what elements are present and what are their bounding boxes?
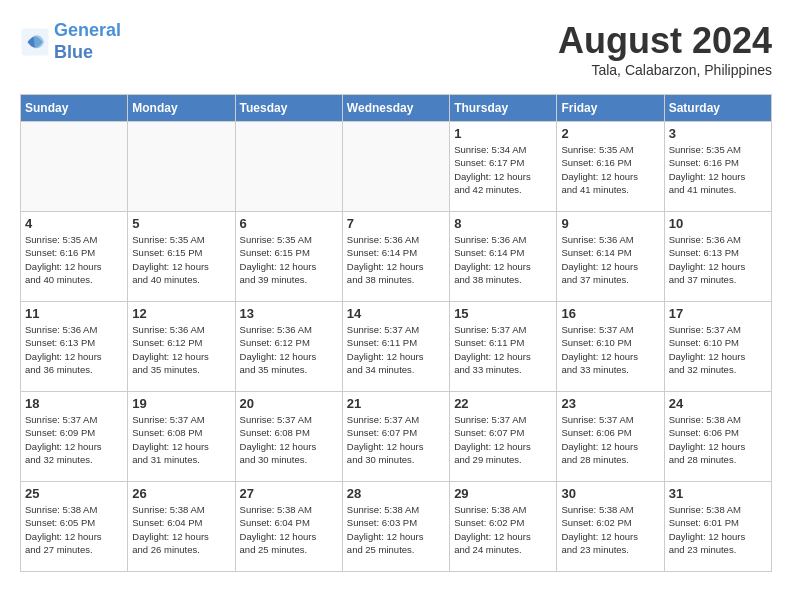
calendar-cell: 6Sunrise: 5:35 AM Sunset: 6:15 PM Daylig… [235,212,342,302]
calendar-cell: 10Sunrise: 5:36 AM Sunset: 6:13 PM Dayli… [664,212,771,302]
col-header-wednesday: Wednesday [342,95,449,122]
day-number: 20 [240,396,338,411]
calendar-cell: 29Sunrise: 5:38 AM Sunset: 6:02 PM Dayli… [450,482,557,572]
day-number: 29 [454,486,552,501]
day-info: Sunrise: 5:37 AM Sunset: 6:09 PM Dayligh… [25,413,123,466]
calendar-cell: 1Sunrise: 5:34 AM Sunset: 6:17 PM Daylig… [450,122,557,212]
calendar-cell: 30Sunrise: 5:38 AM Sunset: 6:02 PM Dayli… [557,482,664,572]
day-info: Sunrise: 5:37 AM Sunset: 6:08 PM Dayligh… [132,413,230,466]
day-info: Sunrise: 5:34 AM Sunset: 6:17 PM Dayligh… [454,143,552,196]
calendar-cell: 19Sunrise: 5:37 AM Sunset: 6:08 PM Dayli… [128,392,235,482]
calendar-cell [342,122,449,212]
day-info: Sunrise: 5:36 AM Sunset: 6:12 PM Dayligh… [240,323,338,376]
day-number: 27 [240,486,338,501]
day-number: 3 [669,126,767,141]
logo-line2: Blue [54,42,93,62]
day-info: Sunrise: 5:35 AM Sunset: 6:16 PM Dayligh… [561,143,659,196]
calendar-cell [235,122,342,212]
calendar-cell: 9Sunrise: 5:36 AM Sunset: 6:14 PM Daylig… [557,212,664,302]
calendar-cell: 8Sunrise: 5:36 AM Sunset: 6:14 PM Daylig… [450,212,557,302]
day-info: Sunrise: 5:38 AM Sunset: 6:05 PM Dayligh… [25,503,123,556]
day-number: 15 [454,306,552,321]
day-number: 30 [561,486,659,501]
day-number: 8 [454,216,552,231]
day-info: Sunrise: 5:38 AM Sunset: 6:04 PM Dayligh… [240,503,338,556]
day-info: Sunrise: 5:36 AM Sunset: 6:13 PM Dayligh… [669,233,767,286]
day-number: 19 [132,396,230,411]
day-info: Sunrise: 5:38 AM Sunset: 6:02 PM Dayligh… [561,503,659,556]
col-header-monday: Monday [128,95,235,122]
day-number: 1 [454,126,552,141]
day-number: 18 [25,396,123,411]
calendar-cell: 21Sunrise: 5:37 AM Sunset: 6:07 PM Dayli… [342,392,449,482]
month-title: August 2024 [558,20,772,62]
day-info: Sunrise: 5:38 AM Sunset: 6:02 PM Dayligh… [454,503,552,556]
day-info: Sunrise: 5:36 AM Sunset: 6:14 PM Dayligh… [347,233,445,286]
day-number: 11 [25,306,123,321]
logo-text: General Blue [54,20,121,63]
day-number: 17 [669,306,767,321]
col-header-friday: Friday [557,95,664,122]
logo-icon [20,27,50,57]
location: Tala, Calabarzon, Philippines [558,62,772,78]
calendar-table: SundayMondayTuesdayWednesdayThursdayFrid… [20,94,772,572]
day-number: 24 [669,396,767,411]
calendar-cell: 18Sunrise: 5:37 AM Sunset: 6:09 PM Dayli… [21,392,128,482]
day-number: 2 [561,126,659,141]
day-info: Sunrise: 5:35 AM Sunset: 6:16 PM Dayligh… [669,143,767,196]
day-info: Sunrise: 5:37 AM Sunset: 6:11 PM Dayligh… [454,323,552,376]
calendar-cell: 20Sunrise: 5:37 AM Sunset: 6:08 PM Dayli… [235,392,342,482]
day-info: Sunrise: 5:37 AM Sunset: 6:11 PM Dayligh… [347,323,445,376]
day-number: 10 [669,216,767,231]
calendar-cell: 24Sunrise: 5:38 AM Sunset: 6:06 PM Dayli… [664,392,771,482]
week-row-2: 4Sunrise: 5:35 AM Sunset: 6:16 PM Daylig… [21,212,772,302]
calendar-cell: 12Sunrise: 5:36 AM Sunset: 6:12 PM Dayli… [128,302,235,392]
day-number: 23 [561,396,659,411]
header-row: SundayMondayTuesdayWednesdayThursdayFrid… [21,95,772,122]
week-row-1: 1Sunrise: 5:34 AM Sunset: 6:17 PM Daylig… [21,122,772,212]
week-row-4: 18Sunrise: 5:37 AM Sunset: 6:09 PM Dayli… [21,392,772,482]
day-info: Sunrise: 5:37 AM Sunset: 6:08 PM Dayligh… [240,413,338,466]
col-header-tuesday: Tuesday [235,95,342,122]
calendar-cell: 13Sunrise: 5:36 AM Sunset: 6:12 PM Dayli… [235,302,342,392]
col-header-sunday: Sunday [21,95,128,122]
calendar-cell: 5Sunrise: 5:35 AM Sunset: 6:15 PM Daylig… [128,212,235,302]
calendar-cell: 7Sunrise: 5:36 AM Sunset: 6:14 PM Daylig… [342,212,449,302]
logo: General Blue [20,20,121,63]
day-number: 9 [561,216,659,231]
day-info: Sunrise: 5:38 AM Sunset: 6:04 PM Dayligh… [132,503,230,556]
day-info: Sunrise: 5:35 AM Sunset: 6:15 PM Dayligh… [132,233,230,286]
col-header-thursday: Thursday [450,95,557,122]
day-number: 13 [240,306,338,321]
calendar-cell: 27Sunrise: 5:38 AM Sunset: 6:04 PM Dayli… [235,482,342,572]
calendar-cell: 17Sunrise: 5:37 AM Sunset: 6:10 PM Dayli… [664,302,771,392]
calendar-cell: 25Sunrise: 5:38 AM Sunset: 6:05 PM Dayli… [21,482,128,572]
day-info: Sunrise: 5:35 AM Sunset: 6:16 PM Dayligh… [25,233,123,286]
page-header: General Blue August 2024 Tala, Calabarzo… [20,20,772,78]
day-number: 22 [454,396,552,411]
calendar-cell: 15Sunrise: 5:37 AM Sunset: 6:11 PM Dayli… [450,302,557,392]
calendar-cell: 16Sunrise: 5:37 AM Sunset: 6:10 PM Dayli… [557,302,664,392]
day-info: Sunrise: 5:38 AM Sunset: 6:06 PM Dayligh… [669,413,767,466]
day-info: Sunrise: 5:37 AM Sunset: 6:10 PM Dayligh… [561,323,659,376]
logo-line1: General [54,20,121,40]
day-number: 26 [132,486,230,501]
calendar-cell: 11Sunrise: 5:36 AM Sunset: 6:13 PM Dayli… [21,302,128,392]
day-number: 14 [347,306,445,321]
day-number: 31 [669,486,767,501]
day-info: Sunrise: 5:36 AM Sunset: 6:13 PM Dayligh… [25,323,123,376]
week-row-3: 11Sunrise: 5:36 AM Sunset: 6:13 PM Dayli… [21,302,772,392]
calendar-cell: 28Sunrise: 5:38 AM Sunset: 6:03 PM Dayli… [342,482,449,572]
day-number: 12 [132,306,230,321]
col-header-saturday: Saturday [664,95,771,122]
day-number: 25 [25,486,123,501]
calendar-cell: 14Sunrise: 5:37 AM Sunset: 6:11 PM Dayli… [342,302,449,392]
day-info: Sunrise: 5:37 AM Sunset: 6:07 PM Dayligh… [454,413,552,466]
calendar-cell: 22Sunrise: 5:37 AM Sunset: 6:07 PM Dayli… [450,392,557,482]
calendar-cell [21,122,128,212]
day-info: Sunrise: 5:36 AM Sunset: 6:14 PM Dayligh… [454,233,552,286]
day-number: 28 [347,486,445,501]
calendar-cell: 26Sunrise: 5:38 AM Sunset: 6:04 PM Dayli… [128,482,235,572]
day-number: 4 [25,216,123,231]
day-number: 7 [347,216,445,231]
